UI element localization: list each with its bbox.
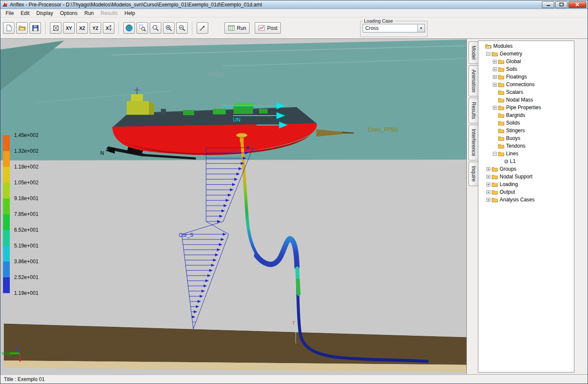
open-file-button[interactable] — [16, 22, 28, 34]
zoom-button[interactable] — [150, 22, 161, 34]
tree-item-tendons[interactable]: Tendons — [479, 142, 573, 150]
tree-item-geometry[interactable]: −Geometry — [479, 50, 573, 58]
maximize-button[interactable] — [555, 1, 568, 8]
tree-item-l1[interactable]: L1 — [479, 157, 573, 165]
close-button[interactable] — [568, 1, 586, 8]
save-button[interactable] — [29, 22, 41, 34]
folder-icon — [492, 189, 498, 195]
chevron-down-icon: ▼ — [417, 24, 425, 32]
viewport-3d-scene: FPSO — [0, 39, 466, 375]
tree-item-soils[interactable]: +Soils — [479, 65, 573, 73]
zoom-window-button[interactable] — [137, 22, 148, 34]
tree-item-label: Pipe Properties — [506, 105, 541, 111]
zoom-out-button[interactable] — [176, 22, 188, 34]
app-icon — [2, 1, 8, 8]
tab-animation[interactable]: Animation — [469, 65, 478, 96]
grid-icon — [228, 25, 235, 31]
node-icon — [504, 160, 508, 163]
menu-help[interactable]: Help — [121, 9, 139, 17]
loading-case-select[interactable]: Cross ▼ — [363, 24, 425, 32]
tree-item-lines[interactable]: −Lines — [479, 150, 573, 157]
tree-item-buoys[interactable]: Buoys — [479, 134, 573, 142]
zoom-in-button[interactable] — [163, 22, 175, 34]
folder-icon — [498, 90, 504, 95]
post-label: Post — [267, 25, 277, 31]
expander-plus-icon[interactable]: + — [493, 83, 497, 87]
tab-inquire[interactable]: Inquire — [469, 162, 478, 186]
view-box-button[interactable] — [50, 22, 61, 34]
expander-plus-icon[interactable]: + — [493, 75, 497, 79]
folder-icon — [498, 128, 504, 134]
tree-item-stingers[interactable]: Stingers — [479, 127, 573, 134]
folder-icon — [492, 166, 498, 172]
menu-options[interactable]: Options — [56, 9, 81, 17]
run-label: Run — [237, 25, 246, 31]
view-xy-label: XY — [66, 26, 72, 31]
tree-item-label: Modules — [493, 43, 512, 49]
module-tree[interactable]: Modules−Geometry+Global+Soils+Floatings+… — [478, 41, 574, 372]
loading-case-label: Loading Case — [363, 18, 394, 23]
expander-minus-icon[interactable]: − — [486, 52, 490, 56]
menu-run[interactable]: Run — [81, 9, 97, 17]
tree-item-pipe-properties[interactable]: +Pipe Properties — [479, 104, 573, 111]
viewport[interactable]: FPSO — [0, 39, 467, 374]
expander-plus-icon[interactable]: + — [493, 60, 497, 64]
expander-plus-icon[interactable]: + — [486, 167, 490, 171]
expander-plus-icon[interactable]: + — [486, 175, 490, 179]
globe-button[interactable] — [123, 22, 135, 34]
window-title: Anflex - Pre-Processor - D:\Thyago\Model… — [10, 2, 541, 8]
tree-item-loading[interactable]: +Loading — [479, 180, 573, 188]
open-folder-icon — [18, 25, 26, 31]
minimize-button[interactable] — [542, 1, 554, 8]
expander-minus-icon[interactable]: − — [493, 152, 497, 156]
tree-item-analysis-cases[interactable]: +Analysis Cases — [479, 196, 573, 204]
run-button[interactable]: Run — [224, 22, 250, 34]
view-xy-button[interactable]: XY — [63, 22, 75, 34]
maximize-icon — [559, 3, 564, 6]
menu-display[interactable]: Display — [33, 9, 56, 17]
tree-item-label: Floatings — [506, 74, 527, 80]
tree-item-floatings[interactable]: +Floatings — [479, 73, 573, 81]
new-file-button[interactable] — [3, 22, 15, 34]
tree-item-bargrids[interactable]: Bargrids — [479, 111, 573, 119]
magnifier-icon — [152, 24, 159, 32]
tree-item-scalars[interactable]: Scalars — [479, 88, 573, 96]
tree-item-label: Global — [506, 58, 521, 64]
fpso-label: FPSO — [208, 71, 223, 78]
tree-item-nodal-support[interactable]: +Nodal Support — [479, 173, 573, 180]
menu-edit[interactable]: Edit — [17, 9, 33, 17]
tree-item-modules[interactable]: Modules — [479, 42, 573, 50]
toolbar-separator — [45, 22, 46, 35]
view-isometric-button[interactable]: X ZY — [103, 22, 114, 34]
folder-icon — [498, 97, 504, 103]
expander-plus-icon[interactable]: + — [493, 106, 497, 110]
expander-plus-icon[interactable]: + — [486, 183, 490, 186]
expander-plus-icon[interactable]: + — [486, 190, 490, 194]
status-bar: Title : Exemplo 01 — [0, 374, 588, 384]
view-iso-label: X — [106, 26, 109, 31]
tree-item-global[interactable]: +Global — [479, 58, 573, 65]
menu-file[interactable]: File — [2, 9, 17, 17]
folder-icon — [492, 174, 498, 180]
measure-button[interactable] — [197, 22, 208, 34]
post-button[interactable]: Post — [255, 22, 281, 34]
toolbar-separator — [192, 22, 192, 35]
toolbar: XY XZ YZ X ZY Run — [0, 17, 588, 39]
tree-item-solids[interactable]: Solids — [479, 119, 573, 127]
expander-plus-icon[interactable]: + — [493, 67, 497, 71]
zoom-out-icon — [178, 24, 186, 32]
expander-plus-icon[interactable]: + — [486, 198, 490, 202]
tree-item-groups[interactable]: +Groups — [479, 165, 573, 173]
folder-icon — [498, 82, 504, 87]
tree-item-nodal-mass[interactable]: Nodal Mass — [479, 96, 573, 104]
menu-results[interactable]: Results — [97, 9, 121, 17]
view-yz-button[interactable]: YZ — [90, 22, 101, 34]
un-label: UN — [233, 117, 240, 123]
view-xz-button[interactable]: XZ — [76, 22, 88, 34]
tab-interference[interactable]: Interference — [469, 125, 478, 160]
tab-results[interactable]: Results — [469, 98, 478, 123]
tab-model[interactable]: Model — [469, 41, 478, 64]
tree-item-output[interactable]: +Output — [479, 188, 573, 196]
measure-icon — [199, 24, 206, 32]
tree-item-connections[interactable]: +Connections — [479, 81, 573, 88]
